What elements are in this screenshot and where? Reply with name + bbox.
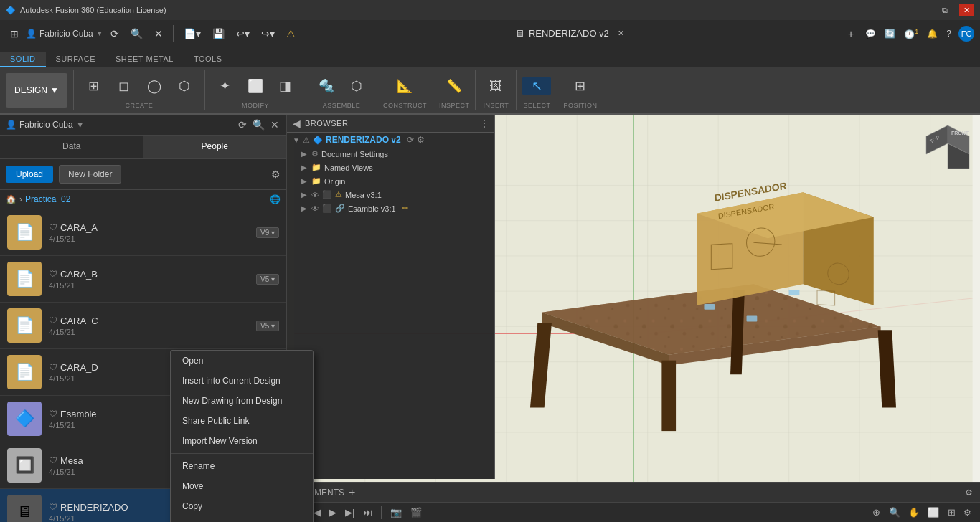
zoom-button[interactable]: 🔍 [886,506,903,519]
shield-icon: 🛡 [49,222,57,232]
settings-button[interactable]: ⚙ [271,169,281,180]
tab-surface[interactable]: SURFACE [46,52,105,67]
tab-people[interactable]: People [143,136,287,158]
close-panel-button[interactable]: ✕ [150,25,167,42]
insert-btn-1[interactable]: 🖼 [481,77,510,95]
ctx-delete[interactable]: Delete [171,516,313,522]
refresh-icon[interactable]: ⟳ [407,135,414,145]
view-cube[interactable]: FRONT TOP [923,122,973,172]
step-forward-button[interactable]: ⏭ [360,506,375,519]
browser-collapse-icon[interactable]: ◀ [293,118,301,129]
modify-btn-3[interactable]: ◨ [271,77,300,95]
warning-button[interactable]: ⚠ [282,25,300,42]
folder-icon-origin: 📁 [311,176,321,186]
ctx-move[interactable]: Move [171,476,313,496]
browser-root[interactable]: ▼ ⚠ 🔷 RENDERIZADO v2 ⟳ ⚙ [287,133,494,147]
ctx-rename[interactable]: Rename [171,456,313,476]
tab-sheet-metal[interactable]: SHEET METAL [105,52,184,67]
help-icon[interactable]: ? [945,27,953,40]
chevron-down-icon[interactable]: ▼ [96,29,103,37]
file-item-cara_b[interactable]: 📄 🛡 CARA_B 4/15/21 V5 ▾ [0,256,286,303]
design-dropdown[interactable]: DESIGN ▼ [6,73,67,108]
browser-menu-icon[interactable]: ⋮ [480,118,489,128]
refresh-panel-button[interactable]: ⟳ [237,118,248,132]
breadcrumb-folder[interactable]: Practica_02 [25,194,70,204]
eye-icon[interactable]: 👁 [311,191,319,199]
create-btn-2[interactable]: ◻ [110,77,138,95]
upload-button[interactable]: Upload [6,166,53,183]
tab-tools[interactable]: TOOLS [184,52,232,67]
close-panel-button[interactable]: ✕ [269,118,281,132]
chevron-icon[interactable]: ▼ [76,120,85,130]
new-file-button[interactable]: 📄▾ [179,25,205,42]
tab-data[interactable]: Data [0,136,143,158]
pan-button[interactable]: ✋ [905,506,923,519]
file-thumb: 📄 [7,262,42,296]
titlebar-controls[interactable]: — ⧉ ✕ [914,4,974,16]
restore-button[interactable]: ⧉ [938,4,952,16]
new-tab-button[interactable]: + [844,25,858,42]
minimize-button[interactable]: — [914,4,930,16]
user-initials-badge[interactable]: FC [958,26,974,42]
search-panel-button[interactable]: 🔍 [251,118,266,132]
play-button[interactable]: ▶ [326,506,339,519]
ctx-copy[interactable]: Copy [171,496,313,516]
ctx-insert[interactable]: Insert into Current Design [171,371,313,391]
assemble-btn-2[interactable]: ⬡ [342,77,371,95]
modify-btn-2[interactable]: ⬜ [241,77,270,95]
assemble-btn-1[interactable]: 🔩 [312,77,341,95]
create-btn-4[interactable]: ⬡ [170,77,199,95]
select-btn-1[interactable]: ↖ [522,77,551,95]
svg-rect-39 [704,304,715,310]
browser-panel: ◀ BROWSER ⋮ ▼ ⚠ 🔷 RENDERIZADO v2 ⟳ ⚙ ▶ ⚙… [287,115,495,479]
apps-button[interactable]: ⊞ [6,25,23,42]
file-item-cara_a[interactable]: 📄 🛡 CARA_A 4/15/21 V9 ▾ [0,209,286,256]
browser-mesa[interactable]: ▶ 👁 ⬛ ⚠ Mesa v3:1 [287,188,494,201]
search-button[interactable]: 🔍 [126,25,147,42]
settings-btn-bottom[interactable]: ⚙ [961,506,974,519]
settings-icon[interactable]: ⚙ [417,135,425,145]
refresh-icon[interactable]: 🔄 [883,27,897,40]
browser-doc-settings[interactable]: ▶ ⚙ Document Settings [287,147,494,161]
new-folder-button[interactable]: New Folder [59,165,121,184]
create-btn-3[interactable]: ◯ [140,77,169,95]
close-button[interactable]: ✕ [959,4,974,16]
file-name-text: Esamble [60,409,97,419]
tab-solid[interactable]: SOLID [0,52,46,67]
bell-icon[interactable]: 🔔 [925,27,939,40]
browser-origin[interactable]: ▶ 📁 Origin [287,174,494,188]
refresh-button[interactable]: ⟳ [106,25,123,42]
eye-icon-esamble[interactable]: 👁 [311,204,319,213]
grid-display-button[interactable]: ⊞ [945,506,958,519]
create-btn-1[interactable]: ⊞ [80,77,108,95]
ctx-open[interactable]: Open [171,351,313,371]
ctx-share[interactable]: Share Public Link [171,411,313,431]
browser-named-views[interactable]: ▶ 📁 Named Views [287,161,494,174]
settings-icon-comments[interactable]: ⚙ [965,488,973,498]
inspect-btn-1[interactable]: 📏 [440,77,468,95]
construct-btn-1[interactable]: 📐 [390,77,419,95]
file-item-cara_c[interactable]: 📄 🛡 CARA_C 4/15/21 V5 ▾ [0,303,286,349]
display-button[interactable]: ⬜ [925,506,942,519]
add-comment-button[interactable]: + [349,486,355,499]
panel-header: 👤 Fabricio Cuba ▼ ⟳ 🔍 ✕ [0,115,286,136]
record-button[interactable]: 🎬 [407,506,425,519]
next-button[interactable]: ▶| [342,506,357,519]
modify-btn-1[interactable]: ✦ [211,77,240,95]
undo-button[interactable]: ↩▾ [232,25,254,42]
position-btn-1[interactable]: ⊞ [566,77,595,95]
camera-button[interactable]: 📷 [387,506,405,519]
file-info: 🛡 CARA_A 4/15/21 [49,222,256,243]
clock-icon[interactable]: 🕐1 [903,27,920,41]
comments-icon[interactable]: 💬 [864,27,877,40]
redo-button[interactable]: ↪▾ [257,25,279,42]
globe-icon[interactable]: 🌐 [270,194,281,204]
browser-esamble[interactable]: ▶ 👁 ⬛ 🔗 Esamble v3:1 ✏ [287,201,494,215]
home-icon[interactable]: 🏠 [6,194,17,204]
close-doc-button[interactable]: ✕ [613,26,628,41]
ctx-import[interactable]: Import New Version [171,431,313,451]
ctx-new-drawing[interactable]: New Drawing from Design [171,391,313,411]
save-button[interactable]: 💾 [208,25,229,42]
viewport-settings-icon[interactable]: ⊕ 🔍 ✋ ⬜ ⊞ ⚙ [870,506,974,519]
orbit-button[interactable]: ⊕ [870,506,883,519]
